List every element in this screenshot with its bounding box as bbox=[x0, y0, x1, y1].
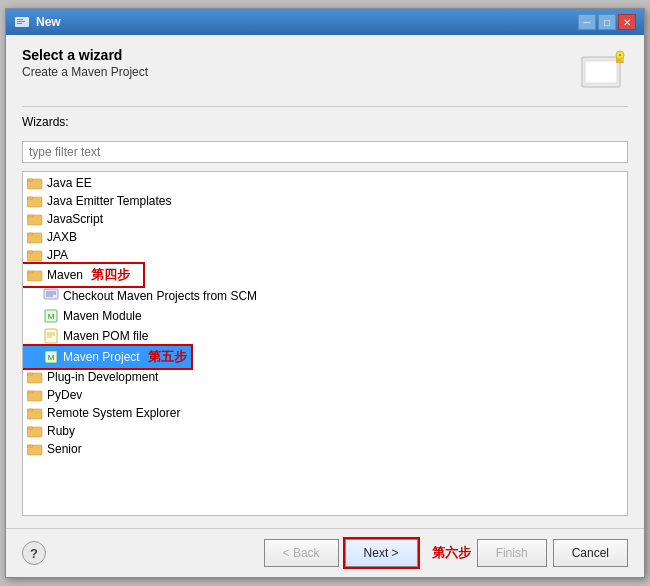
tree-item-label: Plug-in Development bbox=[47, 370, 158, 384]
item-icon bbox=[43, 328, 59, 344]
window-icon bbox=[14, 14, 30, 30]
window-title: New bbox=[36, 15, 61, 29]
svg-rect-38 bbox=[27, 391, 33, 393]
tree-item-plugin-dev[interactable]: Plug-in Development bbox=[23, 368, 627, 386]
svg-rect-1 bbox=[17, 19, 23, 20]
svg-text:M: M bbox=[48, 312, 55, 321]
dialog-heading: Select a wizard bbox=[22, 47, 148, 63]
svg-rect-44 bbox=[27, 445, 33, 447]
tree-item-label: JPA bbox=[47, 248, 68, 262]
tree-item-maven[interactable]: Maven 第四步 bbox=[23, 264, 143, 286]
svg-rect-14 bbox=[27, 197, 33, 199]
header-section: Select a wizard Create a Maven Project bbox=[22, 47, 628, 107]
tree-item-label: Maven bbox=[47, 268, 83, 282]
tree-item-javascript[interactable]: JavaScript bbox=[23, 210, 627, 228]
tree-item-jpa[interactable]: JPA bbox=[23, 246, 627, 264]
tree-item-label: Maven Module bbox=[63, 309, 142, 323]
svg-rect-20 bbox=[27, 251, 33, 253]
svg-rect-42 bbox=[27, 427, 33, 429]
title-bar-left: New bbox=[14, 14, 61, 30]
filter-input[interactable] bbox=[22, 141, 628, 163]
tree-item-label: Java Emitter Templates bbox=[47, 194, 172, 208]
dialog-footer: ? < Back Next > 第六步 Finish Cancel bbox=[6, 528, 644, 577]
tree-item-label: Java EE bbox=[47, 176, 92, 190]
next-button[interactable]: Next > bbox=[345, 539, 418, 567]
tree-item-java-ee[interactable]: Java EE bbox=[23, 174, 627, 192]
item-icon bbox=[43, 288, 59, 304]
tree-scroll[interactable]: Java EE Java Emitter Templates JavaScrip… bbox=[23, 172, 627, 515]
tree-item-remote-system[interactable]: Remote System Explorer bbox=[23, 404, 627, 422]
wizard-icon bbox=[580, 47, 628, 98]
footer-right: < Back Next > 第六步 Finish Cancel bbox=[264, 539, 628, 567]
tree-item-label: PyDev bbox=[47, 388, 82, 402]
tree-item-label: Remote System Explorer bbox=[47, 406, 180, 420]
next-annotation: 第六步 bbox=[432, 544, 471, 562]
title-controls: ─ □ ✕ bbox=[578, 14, 636, 30]
svg-rect-12 bbox=[27, 179, 33, 181]
svg-rect-29 bbox=[45, 329, 57, 343]
title-bar: New ─ □ ✕ bbox=[6, 9, 644, 35]
maven-project-annotation: 第五步 bbox=[148, 348, 187, 366]
tree-item-senior[interactable]: Senior bbox=[23, 440, 627, 458]
folder-icon bbox=[27, 212, 43, 226]
folder-icon bbox=[27, 268, 43, 282]
svg-rect-16 bbox=[27, 215, 33, 217]
wizards-label: Wizards: bbox=[22, 115, 628, 129]
tree-item-label: JavaScript bbox=[47, 212, 103, 226]
tree-item-label: Maven Project bbox=[63, 350, 140, 364]
maven-project-icon: M bbox=[43, 349, 59, 365]
restore-button[interactable]: □ bbox=[598, 14, 616, 30]
item-icon: M bbox=[43, 308, 59, 324]
folder-icon bbox=[27, 370, 43, 384]
tree-item-ruby[interactable]: Ruby bbox=[23, 422, 627, 440]
tree-container: Java EE Java Emitter Templates JavaScrip… bbox=[22, 171, 628, 516]
svg-rect-18 bbox=[27, 233, 33, 235]
tree-item-maven-pom[interactable]: Maven POM file bbox=[23, 326, 627, 346]
cancel-button[interactable]: Cancel bbox=[553, 539, 628, 567]
folder-icon bbox=[27, 388, 43, 402]
svg-rect-40 bbox=[27, 409, 33, 411]
tree-item-maven-module[interactable]: M Maven Module bbox=[23, 306, 627, 326]
back-button[interactable]: < Back bbox=[264, 539, 339, 567]
folder-icon bbox=[27, 248, 43, 262]
tree-item-checkout-maven[interactable]: Checkout Maven Projects from SCM bbox=[23, 286, 627, 306]
tree-item-maven-project[interactable]: M Maven Project 第五步 bbox=[23, 346, 191, 368]
tree-item-label: Checkout Maven Projects from SCM bbox=[63, 289, 257, 303]
dialog-subtext: Create a Maven Project bbox=[22, 65, 148, 79]
tree-item-pydev[interactable]: PyDev bbox=[23, 386, 627, 404]
folder-icon bbox=[27, 194, 43, 208]
minimize-button[interactable]: ─ bbox=[578, 14, 596, 30]
footer-left: ? bbox=[22, 541, 46, 565]
svg-rect-36 bbox=[27, 373, 33, 375]
folder-icon bbox=[27, 230, 43, 244]
maven-annotation: 第四步 bbox=[91, 266, 130, 284]
tree-item-label: Maven POM file bbox=[63, 329, 148, 343]
svg-text:M: M bbox=[48, 353, 55, 362]
tree-item-java-emitter[interactable]: Java Emitter Templates bbox=[23, 192, 627, 210]
close-button[interactable]: ✕ bbox=[618, 14, 636, 30]
help-button[interactable]: ? bbox=[22, 541, 46, 565]
header-text: Select a wizard Create a Maven Project bbox=[22, 47, 148, 79]
svg-rect-22 bbox=[27, 271, 33, 273]
finish-button[interactable]: Finish bbox=[477, 539, 547, 567]
folder-icon bbox=[27, 442, 43, 456]
svg-rect-3 bbox=[17, 23, 22, 24]
tree-item-label: JAXB bbox=[47, 230, 77, 244]
tree-item-label: Senior bbox=[47, 442, 82, 456]
tree-item-jaxb[interactable]: JAXB bbox=[23, 228, 627, 246]
folder-icon bbox=[27, 176, 43, 190]
folder-icon bbox=[27, 424, 43, 438]
dialog-window: New ─ □ ✕ Select a wizard Create a Maven… bbox=[5, 8, 645, 578]
svg-rect-5 bbox=[585, 61, 617, 83]
folder-icon bbox=[27, 406, 43, 420]
svg-rect-2 bbox=[17, 21, 25, 22]
tree-item-label: Ruby bbox=[47, 424, 75, 438]
dialog-content: Select a wizard Create a Maven Project W… bbox=[6, 35, 644, 528]
